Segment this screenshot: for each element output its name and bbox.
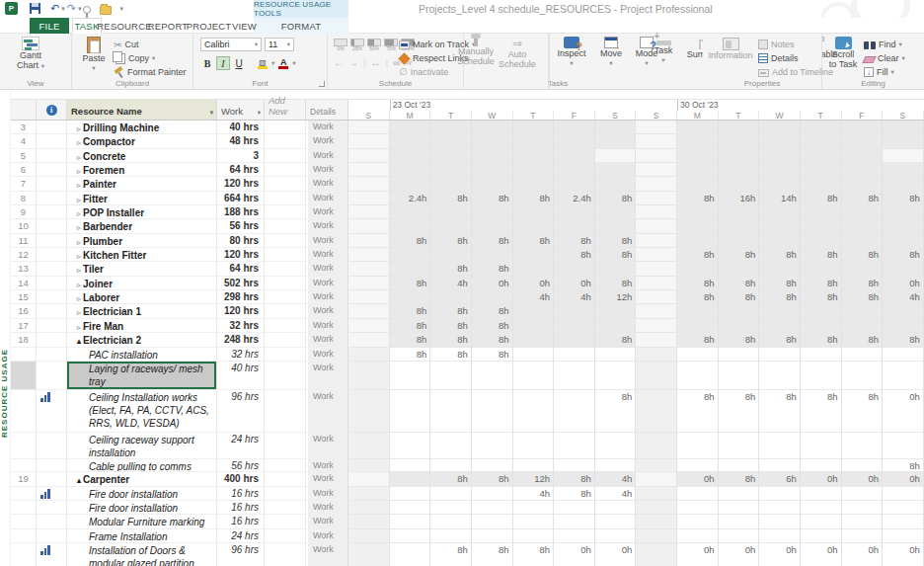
details-cell[interactable]: Work [306, 248, 348, 262]
timephased-work-cell[interactable]: 4h [595, 472, 637, 486]
timephased-work-cell[interactable] [801, 487, 842, 501]
timephased-work-cell[interactable] [677, 149, 719, 163]
timephased-work-cell[interactable]: 8h [390, 277, 431, 290]
tab-view[interactable]: VIEW [230, 18, 259, 34]
timephased-work-cell[interactable]: 8h [677, 333, 719, 347]
timephased-work-cell[interactable] [554, 362, 595, 390]
expand-outline-icon[interactable]: ▹ [77, 196, 81, 204]
work-cell[interactable]: 80 hrs [217, 234, 265, 248]
percent-complete-25-button[interactable]: 25% [350, 39, 364, 51]
indicator-cell[interactable] [37, 248, 67, 262]
timephased-work-cell[interactable]: 8h [677, 277, 719, 290]
details-cell[interactable]: Work [306, 192, 348, 205]
timephased-work-cell[interactable] [390, 501, 431, 515]
timephased-work-cell[interactable]: 8h [883, 459, 924, 472]
row-number-cell[interactable] [11, 433, 37, 460]
timephased-work-cell[interactable]: 8h [390, 234, 431, 248]
add-new-cell[interactable] [265, 529, 306, 543]
timephased-work-cell[interactable] [677, 515, 719, 528]
row-number-cell[interactable]: 14 [11, 277, 37, 290]
timephased-work-cell[interactable] [677, 163, 719, 177]
timephased-work-cell[interactable] [636, 433, 677, 460]
timephased-work-cell[interactable] [677, 362, 719, 390]
details-cell[interactable]: Work [306, 362, 348, 390]
header-resource-name[interactable]: Resource Name▾ [67, 99, 217, 121]
timephased-work-cell[interactable] [390, 149, 431, 163]
timephased-work-cell[interactable] [801, 205, 842, 219]
outdent-task-icon[interactable]: ← [334, 57, 344, 68]
resource-name-cell[interactable]: ▹Joiner [67, 277, 217, 290]
timephased-work-cell[interactable]: 0h [472, 277, 513, 290]
indicator-cell[interactable] [37, 433, 67, 460]
row-number-cell[interactable]: 6 [11, 163, 37, 177]
resource-name-cell[interactable]: ▹Electrician 1 [67, 304, 217, 318]
details-cell[interactable]: Work [306, 134, 348, 148]
timephased-work-cell[interactable] [719, 348, 760, 362]
timephased-work-cell[interactable]: 8h [883, 333, 924, 347]
timephased-work-cell[interactable] [636, 149, 677, 163]
add-new-cell[interactable] [265, 515, 306, 528]
timephased-work-cell[interactable]: 0h [883, 277, 924, 290]
timephased-work-cell[interactable]: 8h [472, 234, 513, 248]
row-number-cell[interactable] [11, 390, 37, 433]
work-cell[interactable]: 502 hrs [217, 277, 265, 290]
timephased-work-cell[interactable] [430, 501, 472, 515]
work-cell[interactable]: 32 hrs [217, 348, 265, 362]
row-number-cell[interactable]: 10 [11, 219, 37, 233]
cut-button[interactable]: ✂Cut [114, 38, 187, 51]
work-cell[interactable]: 40 hrs [217, 362, 265, 390]
timephased-work-cell[interactable] [348, 333, 390, 347]
assignment-name-cell[interactable]: Ceiling raceway support installation [67, 433, 217, 460]
indicator-cell[interactable] [37, 348, 67, 362]
timephased-work-cell[interactable]: 8h [430, 333, 472, 347]
timephased-work-cell[interactable]: 8h [430, 319, 472, 333]
timephased-work-cell[interactable] [554, 319, 595, 333]
assignment-name-cell[interactable]: Installation of Doors & modular glazed p… [67, 543, 217, 566]
timephased-work-cell[interactable] [390, 459, 431, 472]
timephased-work-cell[interactable] [636, 543, 677, 566]
timephased-work-cell[interactable]: 8h [430, 234, 472, 248]
work-cell[interactable]: 664 hrs [217, 192, 265, 205]
row-number-cell[interactable]: 17 [11, 319, 37, 333]
timephased-work-cell[interactable] [842, 515, 884, 528]
details-cell[interactable]: Work [306, 262, 348, 276]
timephased-work-cell[interactable] [554, 149, 595, 163]
paste-button[interactable]: Paste▾ [78, 37, 110, 73]
row-number-cell[interactable]: 9 [11, 205, 37, 219]
indicator-cell[interactable] [37, 362, 67, 390]
timephased-work-cell[interactable] [883, 234, 924, 248]
indicator-cell[interactable] [37, 501, 67, 515]
add-new-cell[interactable] [265, 304, 306, 318]
timephased-work-cell[interactable] [348, 304, 390, 318]
clear-button[interactable]: Clear ▾ [864, 51, 905, 65]
timephased-work-cell[interactable]: 8h [842, 390, 884, 433]
details-cell[interactable]: Work [306, 319, 348, 333]
details-cell[interactable]: Work [306, 121, 348, 134]
expand-outline-icon[interactable]: ▹ [77, 138, 81, 147]
timephased-work-cell[interactable]: 8h [430, 192, 472, 205]
timephased-work-cell[interactable]: 8h [677, 192, 719, 205]
timephased-work-cell[interactable] [348, 348, 390, 362]
timephased-work-cell[interactable] [759, 362, 801, 390]
timephased-work-cell[interactable] [430, 362, 472, 390]
work-cell[interactable]: 188 hrs [217, 205, 265, 219]
timephased-work-cell[interactable] [348, 234, 390, 248]
timephased-work-cell[interactable] [554, 121, 595, 134]
timephased-work-cell[interactable] [677, 219, 719, 233]
timephased-work-cell[interactable] [636, 192, 677, 205]
timephased-work-cell[interactable]: 2.4h [554, 192, 595, 205]
details-cell[interactable]: Work [306, 515, 348, 528]
work-cell[interactable]: 56 hrs [217, 459, 265, 472]
timephased-work-cell[interactable] [677, 262, 719, 276]
timephased-work-cell[interactable] [801, 529, 842, 543]
expand-outline-icon[interactable]: ▹ [77, 209, 81, 218]
row-number-cell[interactable]: 13 [11, 262, 37, 276]
timephased-work-cell[interactable] [513, 459, 555, 472]
add-new-cell[interactable] [265, 205, 306, 219]
timephased-work-cell[interactable] [759, 163, 801, 177]
add-new-cell[interactable] [265, 390, 306, 433]
timephased-work-cell[interactable] [759, 304, 801, 318]
timephased-work-cell[interactable]: 8h [801, 333, 842, 347]
details-cell[interactable]: Work [306, 529, 348, 543]
timephased-work-cell[interactable]: 0h [801, 543, 842, 566]
